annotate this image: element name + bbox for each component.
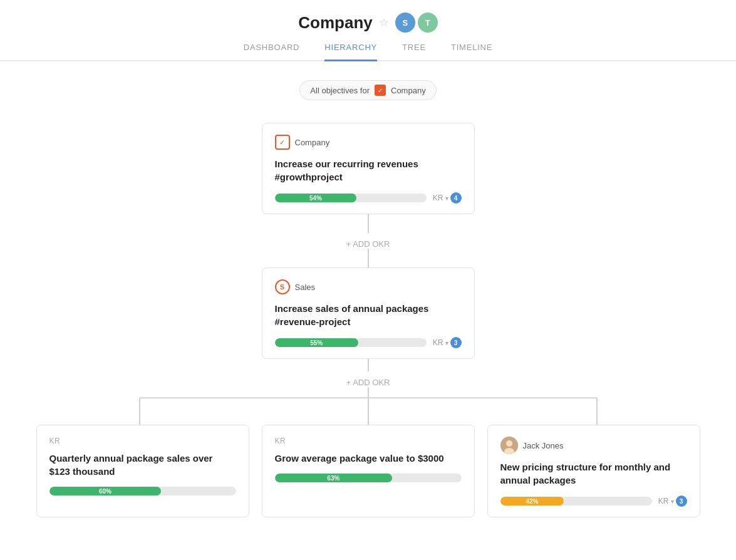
filter-entity: Company	[391, 86, 426, 95]
chevron-icon: ▾	[445, 195, 448, 202]
kr-progress-fill-3: 42%	[500, 497, 564, 506]
kr-owner-row: Jack Jones	[500, 437, 687, 454]
progress-fill: 54%	[275, 194, 357, 202]
svg-point-6	[506, 440, 512, 447]
connector-v-2	[368, 249, 369, 267]
main-card-wrapper: ✓ Company Increase our recurring revenue…	[262, 123, 475, 267]
sales-icon: S	[275, 279, 290, 294]
company-okr-card[interactable]: ✓ Company Increase our recurring revenue…	[262, 123, 475, 214]
title-row: Company ☆ S T	[298, 13, 437, 33]
kr-title-3: New pricing structure for monthly and an…	[500, 460, 687, 487]
avatar-s: S	[395, 13, 415, 33]
add-okr-2[interactable]: + ADD OKR	[346, 378, 390, 387]
avatar-group: S T	[395, 13, 438, 33]
sales-chevron-icon: ▾	[445, 340, 448, 346]
tree-container: ✓ Company Increase our recurring revenue…	[0, 123, 736, 517]
kr-progress-fill-1: 60%	[49, 487, 162, 495]
curved-connectors	[30, 387, 707, 425]
header: Company ☆ S T DASHBOARD HIERARCHY TREE T…	[0, 0, 736, 61]
tab-dashboard[interactable]: DASHBOARD	[244, 43, 300, 61]
kr-count-3: 3	[676, 495, 687, 507]
kr-title-1: Quarterly annual package sales over $123…	[49, 452, 236, 478]
kr-card-2[interactable]: KR Grow average package value to $3000 6…	[262, 425, 475, 517]
avatar-t: T	[418, 13, 438, 33]
owner-avatar	[500, 437, 518, 454]
page-title: Company	[298, 13, 372, 33]
kr-text-3: KR	[658, 497, 669, 506]
sales-progress-label: 55%	[310, 340, 323, 346]
kr-count: 4	[450, 192, 462, 204]
kr-progress-label-3: 42%	[526, 498, 538, 505]
kr-progress-container-1: 60%	[49, 487, 236, 495]
kr-badge-3[interactable]: KR ▾ 3	[658, 495, 687, 507]
sales-okr-card[interactable]: S Sales Increase sales of annual package…	[262, 267, 475, 359]
sales-org-row: S Sales	[275, 279, 462, 294]
kr-progress-row-3: 42% KR ▾ 3	[500, 495, 687, 507]
filter-bar[interactable]: All objectives for ✓ Company	[299, 80, 436, 100]
filter-prefix: All objectives for	[310, 86, 370, 95]
add-okr-1[interactable]: + ADD OKR	[346, 239, 390, 249]
tab-timeline[interactable]: TIMELINE	[451, 43, 492, 61]
kr-progress-label-2: 63%	[327, 475, 339, 482]
kr-cards-row: KR Quarterly annual package sales over $…	[30, 425, 707, 517]
sales-card-title: Increase sales of annual packages #reven…	[275, 302, 462, 328]
kr-label-2: KR	[275, 437, 462, 445]
kr-card-3[interactable]: Jack Jones New pricing structure for mon…	[487, 425, 700, 517]
kr-progress-label-1: 60%	[99, 488, 111, 495]
org-row: ✓ Company	[275, 135, 462, 150]
progress-bar-container: 54%	[275, 194, 427, 202]
star-icon[interactable]: ☆	[379, 16, 389, 29]
kr-progress-container-2: 63%	[275, 474, 462, 482]
company-card-title: Increase our recurring revenues #growthp…	[275, 157, 462, 184]
sales-kr-count: 3	[450, 337, 462, 348]
filter-icon: ✓	[375, 85, 386, 96]
nav-tabs: DASHBOARD HIERARCHY TREE TIMELINE	[0, 43, 736, 61]
sales-org-name: Sales	[295, 283, 316, 292]
content: All objectives for ✓ Company ✓ Company I…	[0, 61, 736, 542]
kr-chevron-3: ▾	[671, 498, 674, 505]
progress-row: 54% KR ▾ 4	[275, 192, 462, 204]
sales-progress-container: 55%	[275, 338, 427, 347]
kr-title-2: Grow average package value to $3000	[275, 452, 462, 465]
kr-badge[interactable]: KR ▾ 4	[433, 192, 462, 204]
owner-name: Jack Jones	[523, 441, 564, 450]
sales-card-wrapper: S Sales Increase sales of annual package…	[30, 267, 707, 425]
kr-card-1[interactable]: KR Quarterly annual package sales over $…	[36, 425, 249, 517]
tab-hierarchy[interactable]: HIERARCHY	[324, 43, 377, 61]
kr-text: KR	[433, 194, 443, 202]
org-name: Company	[295, 138, 330, 147]
tab-tree[interactable]: TREE	[402, 43, 426, 61]
kr-progress-container-3: 42%	[500, 497, 652, 506]
connector-v-3	[368, 359, 369, 371]
sales-kr-text: KR	[433, 338, 443, 347]
kr-progress-fill-2: 63%	[275, 474, 393, 482]
company-icon: ✓	[275, 135, 290, 150]
sales-progress-fill: 55%	[275, 338, 358, 347]
sales-progress-row: 55% KR ▾ 3	[275, 337, 462, 348]
sales-kr-badge[interactable]: KR ▾ 3	[433, 337, 462, 348]
progress-label: 54%	[309, 195, 322, 202]
kr-label-1: KR	[49, 437, 236, 445]
connector-v-1	[368, 214, 369, 233]
